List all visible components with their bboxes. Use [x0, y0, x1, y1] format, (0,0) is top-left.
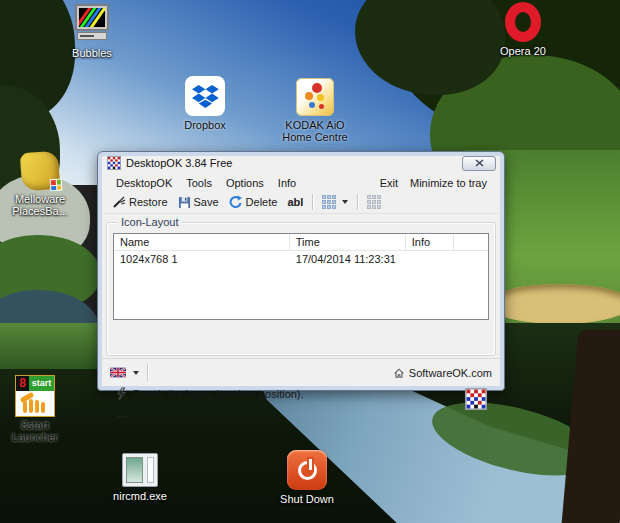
bubbles-icon: [74, 4, 110, 44]
icon-layout-groupbox: Icon-Layout Name Time Info 1024x768 1 17…: [106, 222, 496, 356]
icon-label: Opera 20: [485, 45, 561, 57]
ellipsis-text: ...: [117, 407, 126, 419]
8start-icon: 8start: [16, 376, 54, 416]
kodak-icon: [296, 78, 334, 116]
menu-minimize-to-tray[interactable]: Minimize to tray: [404, 175, 493, 191]
save-label: Save: [194, 196, 219, 208]
column-header-time[interactable]: Time: [290, 234, 406, 250]
delete-button[interactable]: Delete: [224, 193, 283, 211]
icon-label: Dropbox: [167, 119, 243, 131]
grid-layout-button-disabled[interactable]: [362, 193, 386, 211]
restore-broom-icon: [112, 195, 126, 209]
menu-desktopok[interactable]: DesktopOK: [109, 175, 179, 191]
icon-label: Melloware PlacesBa...: [2, 193, 78, 217]
save-button[interactable]: Save: [173, 194, 224, 211]
column-header-extra: [454, 234, 488, 250]
row-time-cell: 17/04/2014 11:23:31: [290, 251, 406, 268]
desktop-icon-shutdown[interactable]: Shut Down: [269, 450, 345, 505]
chevron-down-icon: [133, 371, 139, 375]
softwareok-link[interactable]: SoftwareOK.com: [393, 367, 492, 379]
table-row[interactable]: 1024x768 1 17/04/2014 11:23:31: [114, 251, 488, 268]
icon-label: 8start Launcher: [0, 419, 73, 443]
grid-icon: [322, 195, 336, 209]
row-info-cell: [406, 251, 418, 268]
icon-label: Bubbles: [54, 47, 130, 59]
menu-options[interactable]: Options: [219, 175, 271, 191]
punch-icons-option[interactable]: Punch the Icons (random position).: [115, 387, 304, 401]
app-logo-icon: [107, 156, 121, 170]
icon-label: nircmd.exe: [102, 490, 178, 502]
row-name-cell: 1024x768 1: [114, 251, 290, 268]
grid-icon-disabled: [367, 195, 381, 209]
toolbar-separator: [312, 194, 313, 210]
desktop-icon-8start[interactable]: 8start 8start Launcher: [0, 376, 73, 443]
title-bar[interactable]: DesktopOK 3.84 Free: [98, 152, 504, 174]
desktopok-window: DesktopOK 3.84 Free DesktopOK Tools Opti…: [97, 151, 505, 391]
uk-flag-icon: [110, 367, 126, 378]
lightning-icon: [115, 387, 127, 401]
desktop-icon-bubbles[interactable]: Bubbles: [54, 4, 130, 59]
menu-exit[interactable]: Exit: [374, 175, 404, 191]
layout-list[interactable]: Name Time Info 1024x768 1 17/04/2014 11:…: [113, 233, 489, 320]
statusbar-separator: [147, 364, 148, 382]
toolbar-separator: [357, 194, 358, 210]
desktop-icon-kodak[interactable]: KODAK AiO Home Centre: [277, 78, 353, 143]
menu-bar: DesktopOK Tools Options Info Exit Minimi…: [103, 174, 499, 191]
restore-label: Restore: [129, 196, 168, 208]
desktop-icon-melloware[interactable]: Melloware PlacesBa...: [2, 152, 78, 217]
icon-label: Shut Down: [269, 493, 345, 505]
close-icon: [475, 159, 484, 167]
opera-icon: [505, 2, 541, 42]
window-title: DesktopOK 3.84 Free: [126, 157, 462, 169]
menu-info[interactable]: Info: [271, 175, 303, 191]
grid-layout-button[interactable]: [317, 193, 353, 211]
desktop-icon-dropbox[interactable]: Dropbox: [167, 76, 243, 131]
rename-button[interactable]: abl: [282, 194, 308, 210]
icon-label: KODAK AiO Home Centre: [277, 119, 353, 143]
language-selector[interactable]: [110, 367, 139, 378]
melloware-icon: [20, 151, 61, 192]
nircmd-icon: [122, 453, 158, 487]
chevron-down-icon: [342, 200, 348, 204]
power-icon: [287, 450, 327, 490]
close-button[interactable]: [462, 156, 496, 171]
column-header-name[interactable]: Name: [114, 234, 290, 250]
abl-rename-icon: abl: [287, 196, 303, 208]
desktop: Bubbles Opera 20 Dropbox: [0, 0, 620, 523]
save-floppy-icon: [178, 196, 191, 209]
desktop-icon-opera[interactable]: Opera 20: [485, 2, 561, 57]
home-icon: [393, 367, 405, 379]
toolbar: Restore Save Delete abl: [103, 191, 499, 214]
desktop-icon-nircmd[interactable]: nircmd.exe: [102, 453, 178, 502]
sand-bunker: [487, 284, 620, 324]
menu-tools[interactable]: Tools: [179, 175, 219, 191]
delete-label: Delete: [246, 196, 278, 208]
restore-button[interactable]: Restore: [107, 193, 173, 211]
status-bar: SoftwareOK.com: [102, 358, 500, 386]
desktopok-logo-icon: [465, 388, 487, 410]
list-header: Name Time Info: [114, 234, 488, 251]
dropbox-icon: [185, 76, 225, 116]
softwareok-label: SoftwareOK.com: [409, 367, 492, 379]
delete-icon: [229, 195, 243, 209]
groupbox-label: Icon-Layout: [117, 216, 182, 228]
column-header-info[interactable]: Info: [406, 234, 455, 250]
punch-label: Punch the Icons (random position).: [133, 388, 304, 400]
